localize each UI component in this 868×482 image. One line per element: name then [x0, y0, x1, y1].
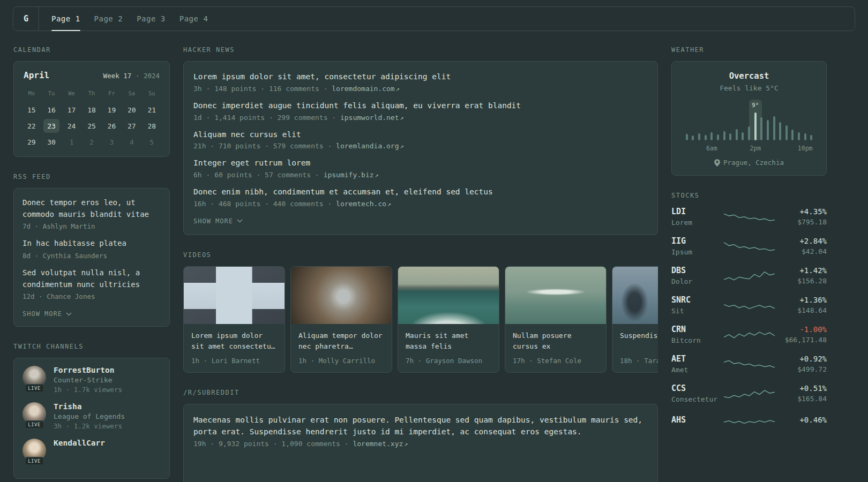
reddit-post-title[interactable]: Maecenas mollis pulvinar erat non posuer…	[193, 414, 648, 438]
app-logo[interactable]: G	[13, 7, 39, 31]
twitch-channel-row[interactable]: LIVE Trisha League of Legends 3h · 1.2k …	[23, 402, 161, 430]
video-thumbnail	[612, 267, 658, 324]
stock-sparkline	[724, 297, 775, 313]
section-title-stocks: STOCKS	[671, 192, 827, 199]
stock-id: AET Amet	[671, 354, 721, 374]
stock-price: $499.72	[778, 365, 827, 373]
channel-name[interactable]: KendallCarr	[54, 439, 105, 447]
stock-row[interactable]: CRN Bitcorn -1.00% $66,171.48	[671, 325, 827, 344]
stock-row[interactable]: IIG Ipsum +2.84% $42.04	[671, 236, 827, 256]
right-column: WEATHER Overcast Feels like 5°C 9° 6am2p…	[671, 46, 827, 445]
hn-item-link[interactable]: loremtech.co	[336, 200, 386, 208]
rss-item-title[interactable]: Sed volutpat nulla nisl, a condimentum n…	[23, 267, 161, 290]
rss-item-meta: 7d · Ashlyn Martin	[23, 222, 161, 230]
external-link-icon: ↗	[387, 200, 391, 208]
hn-item-link[interactable]: ipsumify.biz	[324, 171, 374, 179]
external-link-icon: ↗	[396, 85, 400, 93]
weather-bar	[809, 101, 815, 140]
weather-feels-like: Feels like 5°C	[680, 84, 818, 92]
rss-item-title[interactable]: Donec tempor eros leo, ut commodo mauris…	[23, 197, 161, 220]
rss-show-more-button[interactable]: SHOW MORE	[23, 310, 161, 318]
weather-bar	[721, 101, 728, 140]
video-meta: 1h · Molly Carrillo	[298, 357, 384, 365]
stock-values: +0.92% $499.72	[778, 355, 827, 373]
channel-info: ForrestBurton Counter-Strike 1h · 1.7k v…	[54, 366, 122, 394]
stock-price: $42.04	[778, 247, 827, 255]
weather-location-label: Prague, Czechia	[723, 159, 784, 167]
stocks-list: LDI Lorem +4.35% $795.18 IIG Ipsum	[671, 207, 827, 429]
meta-text: 21h · 710 points · 579 comments ·	[193, 142, 332, 150]
stock-change: -1.00%	[778, 325, 827, 334]
hn-item-title[interactable]: Donec imperdiet augue tincidunt felis al…	[193, 100, 648, 112]
stock-row[interactable]: CCS Consectetur +0.51% $165.84	[671, 383, 827, 403]
calendar-day: 29	[21, 134, 41, 150]
stock-sparkline	[724, 268, 775, 284]
video-meta: 17h · Stefan Cole	[513, 357, 598, 365]
video-meta: 18h · Tara	[620, 357, 658, 365]
hn-item-link[interactable]: loremlandia.org	[336, 142, 399, 150]
video-card[interactable]: Mauris sit amet massa felis 7h · Grayson…	[398, 266, 499, 373]
hn-item-title[interactable]: Donec enim nibh, condimentum et accumsan…	[193, 186, 648, 198]
video-card[interactable]: Nullam posuere cursus ex 17h · Stefan Co…	[505, 266, 607, 373]
reddit-post: Maecenas mollis pulvinar erat non posuer…	[193, 414, 648, 448]
stock-name: Sit	[671, 307, 721, 315]
stock-name: Dolor	[671, 277, 721, 285]
stock-row[interactable]: AHS +0.46%	[671, 413, 827, 429]
hn-item-link[interactable]: loremdomain.com	[332, 85, 394, 93]
tab-page-1[interactable]: Page 1	[51, 7, 80, 31]
channel-avatar: LIVE	[23, 402, 46, 426]
tab-page-3[interactable]: Page 3	[137, 7, 166, 31]
rss-section: RSS FEED Donec tempor eros leo, ut commo…	[13, 173, 170, 327]
weather-bar	[690, 101, 697, 140]
hn-item-meta: 16h · 468 points · 440 comments · loremt…	[193, 200, 648, 208]
stock-price: $156.28	[778, 277, 827, 285]
stock-change: +1.36%	[778, 296, 827, 304]
meta-text: 19h · 9,932 points · 1,090 comments ·	[193, 440, 349, 448]
video-card[interactable]: Aliquam tempor dolor nec pharetra… 1h · …	[290, 266, 392, 373]
stock-ticker: CCS	[671, 383, 721, 393]
calendar-day: 26	[102, 118, 122, 134]
stock-values: +0.46%	[778, 416, 827, 426]
reddit-post-link[interactable]: loremnet.xyz	[353, 440, 403, 448]
hn-item-title[interactable]: Integer eget rutrum lorem	[193, 157, 648, 169]
stock-row[interactable]: DBS Dolor +1.42% $156.28	[671, 266, 827, 285]
stock-change: +0.51%	[778, 384, 827, 393]
rss-item-title[interactable]: In hac habitasse platea	[23, 238, 161, 250]
stock-id: IIG Ipsum	[671, 236, 721, 256]
section-title-subreddit: /R/SUBREDDIT	[183, 389, 658, 396]
rss-item-meta: 12d · Chance Jones	[23, 292, 161, 300]
stock-row[interactable]: AET Amet +0.92% $499.72	[671, 354, 827, 374]
twitch-channel-row[interactable]: LIVE ForrestBurton Counter-Strike 1h · 1…	[23, 366, 161, 394]
calendar-week-label: Week 17	[103, 72, 132, 80]
video-title: Suspendisse diam	[620, 330, 658, 352]
stock-id: LDI Lorem	[671, 207, 721, 227]
hn-item: Donec enim nibh, condimentum et accumsan…	[193, 186, 648, 208]
hn-show-more-button[interactable]: SHOW MORE	[193, 217, 648, 225]
hn-item-title[interactable]: Lorem ipsum dolor sit amet, consectetur …	[193, 71, 648, 83]
tab-page-4[interactable]: Page 4	[179, 7, 208, 31]
hn-item-link[interactable]: ipsumworld.net	[340, 114, 399, 122]
section-title-hackernews: HACKER NEWS	[183, 46, 658, 54]
weather-bar	[777, 101, 783, 140]
video-card[interactable]: Suspendisse diam 18h · Tara	[612, 266, 658, 373]
channel-avatar: LIVE	[23, 439, 46, 462]
stock-name: Bitcorn	[671, 336, 721, 344]
stock-row[interactable]: SNRC Sit +1.36% $148.64	[671, 295, 827, 315]
section-title-weather: WEATHER	[671, 46, 827, 54]
stock-values: +4.35% $795.18	[778, 207, 827, 226]
rss-item: Sed volutpat nulla nisl, a condimentum n…	[23, 267, 161, 300]
stock-sparkline	[724, 209, 775, 225]
channel-name[interactable]: ForrestBurton	[54, 366, 122, 374]
stock-row[interactable]: LDI Lorem +4.35% $795.18	[671, 207, 827, 227]
tab-page-2[interactable]: Page 2	[94, 7, 123, 31]
section-title-videos: VIDEOS	[183, 251, 658, 259]
twitch-channel-row[interactable]: LIVE KendallCarr	[23, 439, 161, 462]
videos-carousel[interactable]: Lorem ipsum dolor sit amet consectetu… 1…	[183, 266, 658, 373]
channel-name[interactable]: Trisha	[54, 402, 125, 411]
calendar-day: 19	[102, 102, 122, 118]
video-card[interactable]: Lorem ipsum dolor sit amet consectetu… 1…	[183, 266, 285, 373]
stock-ticker: DBS	[671, 266, 721, 275]
section-title-twitch: TWITCH CHANNELS	[13, 343, 170, 350]
weather-bar	[783, 101, 790, 140]
hn-item-title[interactable]: Aliquam nec cursus elit	[193, 129, 648, 141]
